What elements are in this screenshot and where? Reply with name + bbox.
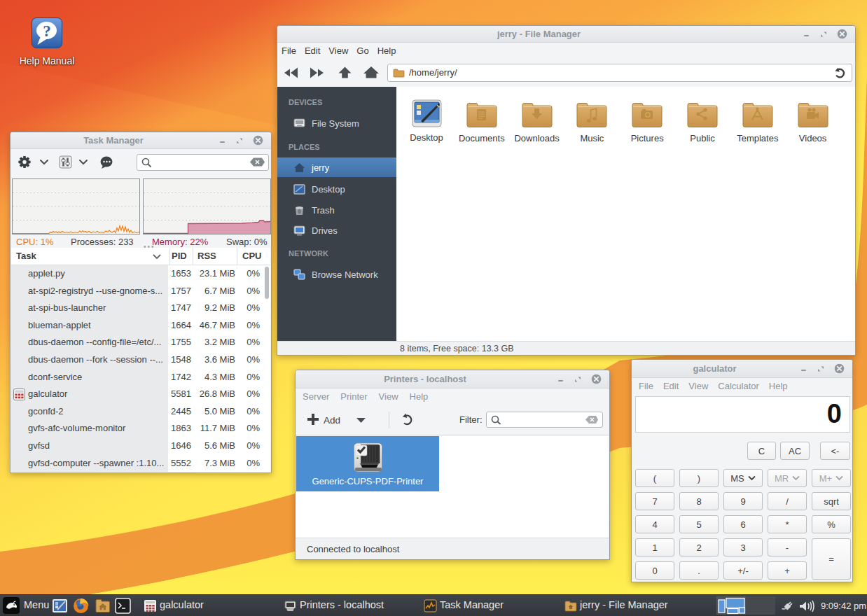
- svg-text:?: ?: [43, 22, 51, 40]
- svg-text:Add: Add: [324, 414, 340, 425]
